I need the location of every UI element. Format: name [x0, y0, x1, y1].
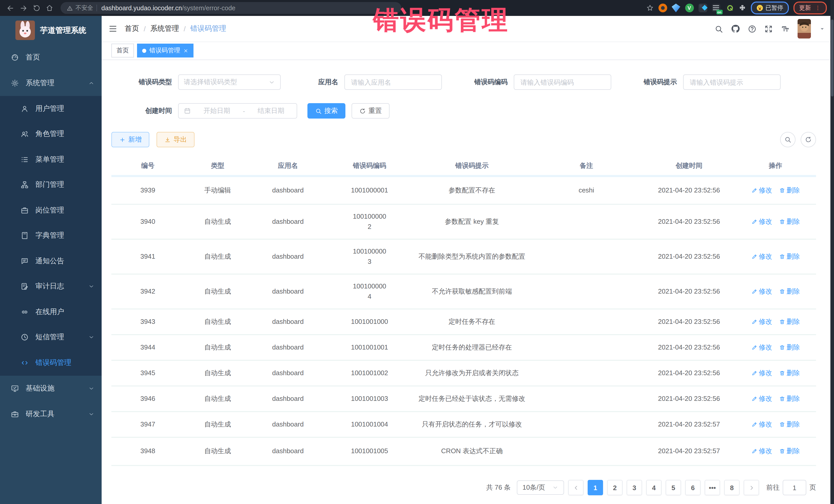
- edit-link[interactable]: 修改: [751, 185, 772, 196]
- goto-page-input[interactable]: [783, 480, 806, 495]
- scrollbar-thumb[interactable]: [831, 20, 833, 96]
- table-row[interactable]: 3947自动生成dashboard1001001004只有开启状态的任务，才可以…: [111, 412, 816, 438]
- table-row[interactable]: 3948自动生成dashboard1001001005CRON 表达式不正确20…: [111, 438, 816, 466]
- breadcrumb-system[interactable]: 系统管理: [150, 24, 179, 34]
- bookmark-star-icon[interactable]: [646, 4, 654, 12]
- extension-squares-icon[interactable]: [698, 4, 707, 12]
- prev-page-button[interactable]: [568, 480, 584, 495]
- table-row[interactable]: 3941自动生成dashboard1001000003不能删除类型为系统内置的参…: [111, 240, 816, 275]
- page-size-select[interactable]: 10条/页: [517, 480, 564, 495]
- sidebar-item-系统管理[interactable]: 系统管理: [0, 70, 102, 96]
- fullscreen-icon[interactable]: [764, 24, 773, 33]
- sidebar-item-审计日志[interactable]: 审计日志: [0, 274, 102, 299]
- table-row[interactable]: 3944自动生成dashboard1001001001定时任务的处理器已经存在2…: [111, 335, 816, 361]
- tab-error-code[interactable]: 错误码管理: [137, 44, 194, 58]
- next-page-button[interactable]: [744, 480, 759, 495]
- collapse-sidebar-icon[interactable]: [108, 24, 117, 34]
- extension-gem-icon[interactable]: [672, 4, 680, 12]
- search-icon[interactable]: [715, 24, 723, 33]
- page-button-8[interactable]: 8: [724, 480, 740, 495]
- page-button-6[interactable]: 6: [685, 480, 701, 495]
- toggle-search-button[interactable]: [780, 132, 795, 147]
- error-hint-input[interactable]: [689, 78, 775, 86]
- sidebar-item-角色管理[interactable]: 角色管理: [0, 122, 102, 147]
- edit-link[interactable]: 修改: [751, 394, 772, 404]
- delete-link[interactable]: 删除: [779, 342, 800, 353]
- edit-link[interactable]: 修改: [751, 317, 772, 327]
- table-row[interactable]: 3946自动生成dashboard1001001003定时任务已经处于该状态，无…: [111, 387, 816, 412]
- github-icon[interactable]: [731, 24, 740, 34]
- reset-button[interactable]: 重置: [352, 103, 390, 118]
- extension-key-icon[interactable]: [725, 4, 734, 12]
- export-button[interactable]: 导出: [156, 132, 195, 147]
- sidebar-item-研发工具[interactable]: 研发工具: [0, 401, 102, 427]
- error-code-input[interactable]: [520, 78, 606, 86]
- delete-link[interactable]: 删除: [779, 217, 800, 227]
- edit-link[interactable]: 修改: [751, 251, 772, 262]
- refresh-table-button[interactable]: [800, 132, 816, 147]
- edit-link[interactable]: 修改: [751, 419, 772, 430]
- url-path[interactable]: /system/error-code: [182, 4, 235, 12]
- more-pages-button[interactable]: •••: [705, 480, 720, 495]
- not-secure-label[interactable]: 不安全: [75, 4, 93, 12]
- sidebar-item-错误码管理[interactable]: 错误码管理: [0, 350, 102, 375]
- delete-link[interactable]: 删除: [779, 368, 800, 378]
- edit-link[interactable]: 修改: [751, 446, 772, 457]
- page-scrollbar[interactable]: [830, 0, 834, 504]
- delete-link[interactable]: 删除: [779, 419, 800, 430]
- sidebar-item-首页[interactable]: 首页: [0, 45, 102, 70]
- app-name-field[interactable]: [344, 74, 442, 90]
- add-button[interactable]: 新增: [111, 132, 149, 147]
- delete-link[interactable]: 删除: [779, 317, 800, 327]
- table-row[interactable]: 3943自动生成dashboard1001001000定时任务不存在2021-0…: [111, 309, 816, 335]
- page-button-2[interactable]: 2: [607, 480, 622, 495]
- url-domain[interactable]: dashboard.yudao.iocoder.cn: [101, 4, 182, 12]
- paused-pill[interactable]: 已暂停: [751, 2, 789, 14]
- browser-back-icon[interactable]: [6, 4, 14, 12]
- extension-v-icon[interactable]: V: [685, 4, 694, 12]
- sidebar-item-基础设施[interactable]: 基础设施: [0, 375, 102, 401]
- error-type-select[interactable]: 请选择错误码类型: [178, 74, 281, 90]
- browser-home-icon[interactable]: [46, 4, 53, 12]
- delete-link[interactable]: 删除: [779, 446, 800, 457]
- sidebar-item-菜单管理[interactable]: 菜单管理: [0, 147, 102, 172]
- sidebar-item-部门管理[interactable]: 部门管理: [0, 172, 102, 198]
- search-button[interactable]: 搜索: [307, 103, 345, 118]
- delete-link[interactable]: 删除: [779, 286, 800, 297]
- sidebar-item-短信管理[interactable]: 短信管理: [0, 325, 102, 350]
- edit-link[interactable]: 修改: [751, 286, 772, 297]
- breadcrumb-home[interactable]: 首页: [125, 24, 139, 34]
- sidebar-item-用户管理[interactable]: 用户管理: [0, 96, 102, 122]
- close-tab-icon[interactable]: [183, 48, 188, 53]
- table-row[interactable]: 3939手动编辑dashboard1001000001参数配置不存在ceshi2…: [111, 177, 816, 205]
- edit-link[interactable]: 修改: [751, 217, 772, 227]
- sidebar-item-岗位管理[interactable]: 岗位管理: [0, 198, 102, 223]
- table-row[interactable]: 3945自动生成dashboard1001001002只允许修改为开启或者关闭状…: [111, 361, 816, 387]
- browser-menu-dots-icon[interactable]: [814, 5, 821, 11]
- edit-link[interactable]: 修改: [751, 368, 772, 378]
- sidebar-item-字典管理[interactable]: 字典管理: [0, 223, 102, 248]
- sidebar-item-在线用户[interactable]: 在线用户: [0, 299, 102, 325]
- table-row[interactable]: 3940自动生成dashboard1001000002参数配置 key 重复20…: [111, 205, 816, 240]
- avatar-caret-icon[interactable]: [819, 25, 826, 32]
- error-code-field[interactable]: [514, 74, 611, 90]
- app-logo-row[interactable]: 芋道管理系统: [0, 16, 102, 45]
- page-button-4[interactable]: 4: [646, 480, 662, 495]
- page-button-1[interactable]: 1: [588, 480, 603, 495]
- delete-link[interactable]: 删除: [779, 251, 800, 262]
- help-icon[interactable]: [748, 24, 756, 33]
- page-button-5[interactable]: 5: [666, 480, 681, 495]
- user-avatar[interactable]: [797, 19, 811, 39]
- edit-link[interactable]: 修改: [751, 342, 772, 353]
- browser-reload-icon[interactable]: [33, 4, 41, 12]
- table-row[interactable]: 3942自动生成dashboard1001000004不允许获取敏感配置到前端2…: [111, 275, 816, 309]
- extension-orange-icon[interactable]: [658, 4, 667, 12]
- font-size-icon[interactable]: [781, 24, 790, 34]
- delete-link[interactable]: 删除: [779, 185, 800, 196]
- tab-home[interactable]: 首页: [111, 44, 134, 58]
- update-button[interactable]: 更新: [793, 2, 827, 14]
- browser-forward-icon[interactable]: [20, 4, 28, 12]
- extension-list-icon[interactable]: on: [711, 4, 720, 12]
- sidebar-item-通知公告[interactable]: 通知公告: [0, 248, 102, 274]
- error-hint-field[interactable]: [683, 74, 781, 90]
